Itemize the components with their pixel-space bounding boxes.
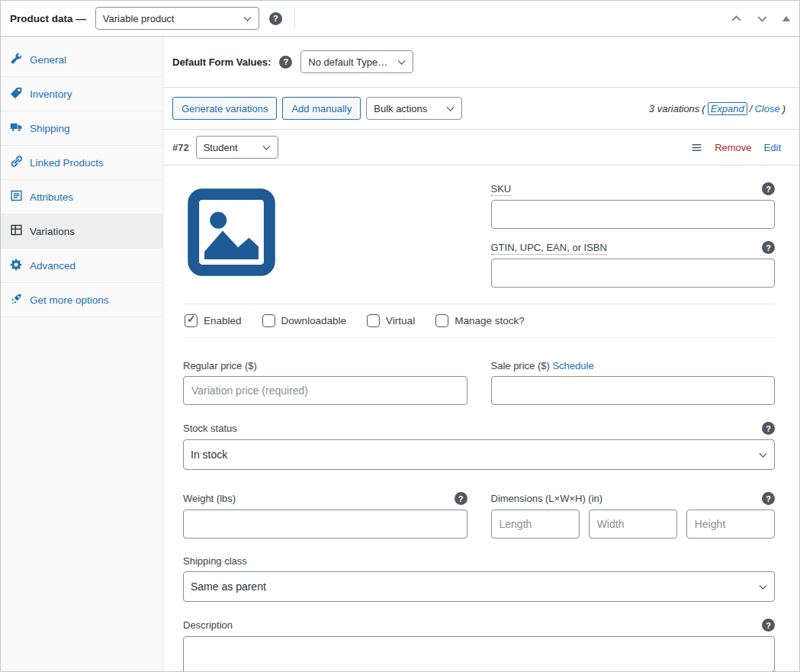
product-type-select[interactable]: Variable product [95, 7, 259, 30]
height-input[interactable] [686, 510, 775, 539]
tab-label: General [30, 54, 66, 66]
wrench-icon [10, 52, 23, 67]
product-type-help-icon[interactable]: ? [269, 12, 282, 25]
price-row: Regular price ($) Sale price ($) Schedul… [183, 355, 775, 405]
expand-all-link[interactable]: Expand [708, 102, 747, 115]
tab-label: Inventory [30, 88, 72, 100]
move-up-icon[interactable] [726, 8, 746, 28]
sku-input[interactable] [491, 200, 776, 229]
collapse-toggle-icon[interactable] [782, 16, 790, 21]
list-box-icon [10, 189, 23, 204]
move-down-icon[interactable] [752, 8, 772, 28]
tab-inventory[interactable]: Inventory [1, 77, 162, 111]
panel-title: Product data — [10, 13, 86, 24]
sale-price-label-row: Sale price ($) Schedule [491, 360, 776, 371]
product-data-tabs: General Inventory Shipping Linked Produc… [1, 37, 163, 671]
enabled-checkbox[interactable] [185, 314, 198, 327]
tab-general[interactable]: General [1, 43, 162, 77]
description-label-row: Description ? [183, 619, 775, 632]
panel-header: Product data — Variable product ? [1, 1, 799, 37]
description-textarea[interactable] [183, 636, 775, 671]
codes-cell: SKU ? GTIN, UPC, EAN, or ISBN ? [491, 182, 776, 288]
variation-options-row: Enabled Downloadable Virtual Manage stoc… [183, 304, 775, 338]
bulk-actions-select-wrap: Bulk actions [366, 97, 462, 120]
width-input[interactable] [589, 510, 677, 539]
tab-linked-products[interactable]: Linked Products [1, 146, 162, 180]
shipping-class-select[interactable]: Same as parent [183, 571, 775, 602]
dimensions-label-row: Dimensions (L×W×H) (in) ? [491, 492, 776, 505]
add-manually-button[interactable]: Add manually [282, 97, 361, 120]
slash: / [750, 103, 753, 114]
stock-status-label-row: Stock status ? [183, 422, 775, 435]
downloadable-checkbox-label[interactable]: Downloadable [262, 314, 347, 327]
tab-advanced[interactable]: Advanced [1, 249, 162, 283]
stock-status-select[interactable]: In stock [183, 439, 775, 470]
default-form-values-row: Default Form Values: ? No default Type… [163, 37, 799, 87]
downloadable-checkbox[interactable] [262, 314, 275, 327]
gtin-input[interactable] [491, 259, 776, 288]
weight-label-row: Weight (lbs) ? [183, 492, 467, 505]
generate-variations-button[interactable]: Generate variations [172, 97, 277, 120]
drag-handle-icon[interactable] [691, 142, 702, 153]
bulk-actions-select[interactable]: Bulk actions [366, 97, 462, 120]
product-type-select-wrap: Variable product [95, 7, 259, 30]
variation-id: #72 [172, 142, 189, 153]
weight-input[interactable] [183, 510, 467, 539]
schedule-link[interactable]: Schedule [552, 360, 593, 371]
regular-price-input[interactable] [183, 376, 467, 405]
variations-toolbar: Generate variations Add manually Bulk ac… [163, 87, 799, 130]
tab-label: Linked Products [30, 157, 104, 169]
tab-attributes[interactable]: Attributes [1, 180, 162, 214]
default-attribute-select[interactable]: No default Type… [300, 50, 413, 73]
open-paren: ( [702, 103, 705, 114]
panel-body: General Inventory Shipping Linked Produc… [1, 37, 799, 671]
virtual-checkbox[interactable] [367, 314, 380, 327]
default-attribute-select-wrap: No default Type… [300, 50, 413, 73]
length-input[interactable] [491, 510, 580, 539]
header-divider [294, 8, 295, 29]
virtual-checkbox-label[interactable]: Virtual [367, 314, 415, 327]
truck-icon [10, 121, 23, 136]
stock-status-row: Stock status ? In stock [183, 422, 775, 470]
sku-label: SKU [491, 183, 512, 196]
regular-price-label: Regular price ($) [183, 360, 257, 371]
tag-icon [10, 86, 23, 101]
gtin-label: GTIN, UPC, EAN, or ISBN [491, 242, 607, 255]
default-form-values-help-icon[interactable]: ? [279, 56, 292, 69]
media-and-codes-row: SKU ? GTIN, UPC, EAN, or ISBN ? [183, 182, 775, 288]
stock-status-select-wrap: In stock [183, 439, 775, 470]
product-data-panel: Product data — Variable product ? Genera… [0, 0, 800, 672]
rocket-icon [10, 292, 23, 307]
variations-summary: 3 variations (Expand / Close) [649, 102, 786, 115]
weight-help-icon[interactable]: ? [455, 492, 467, 505]
remove-variation-link[interactable]: Remove [715, 142, 751, 153]
variations-count: 3 variations [649, 103, 699, 114]
variation-image-placeholder[interactable] [188, 188, 275, 276]
close-all-link[interactable]: Close [754, 103, 779, 114]
tab-label: Shipping [30, 123, 70, 134]
stock-status-help-icon[interactable]: ? [762, 422, 775, 435]
weight-cell: Weight (lbs) ? [183, 487, 467, 539]
tab-variations[interactable]: Variations [1, 214, 162, 249]
dimensions-inputs [491, 510, 776, 539]
manage-stock-checkbox-label[interactable]: Manage stock? [435, 314, 525, 327]
manage-stock-checkbox[interactable] [435, 314, 448, 327]
description-help-icon[interactable]: ? [762, 619, 775, 632]
tab-shipping[interactable]: Shipping [1, 111, 162, 146]
tab-label: Advanced [30, 260, 76, 272]
variation-form: SKU ? GTIN, UPC, EAN, or ISBN ? [163, 166, 799, 671]
tab-get-more-options[interactable]: Get more options [1, 283, 162, 317]
sku-label-row: SKU ? [491, 182, 776, 195]
dimensions-help-icon[interactable]: ? [762, 492, 775, 505]
sku-help-icon[interactable]: ? [762, 182, 775, 195]
sale-price-input[interactable] [491, 376, 776, 405]
edit-variation-link[interactable]: Edit [764, 142, 781, 153]
enabled-checkbox-label[interactable]: Enabled [185, 314, 242, 327]
sale-price-cell: Sale price ($) Schedule [491, 355, 776, 405]
variation-attribute-select[interactable]: Student [196, 136, 278, 159]
variation-row-header: #72 Student Remove Edit [163, 130, 799, 166]
gtin-help-icon[interactable]: ? [762, 241, 775, 254]
weight-label: Weight (lbs) [183, 493, 236, 504]
shipping-class-label-row: Shipping class [183, 555, 775, 567]
header-actions [726, 8, 790, 28]
